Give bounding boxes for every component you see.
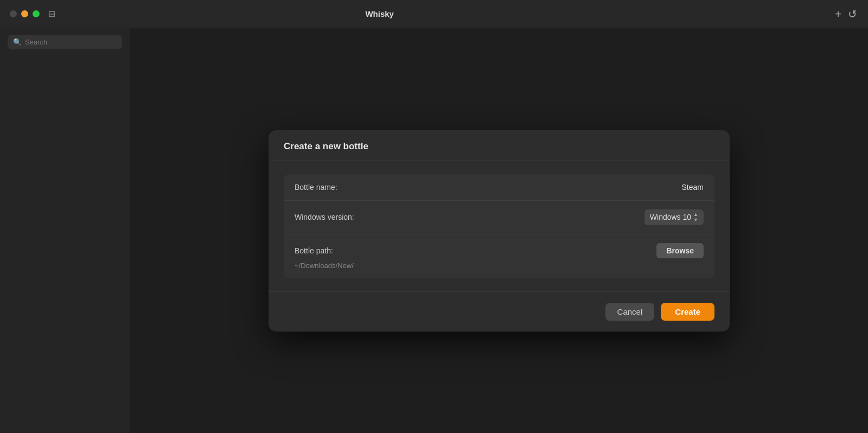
windows-version-select[interactable]: Windows 10 ▲ ▼ (644, 209, 704, 225)
titlebar: ⊟ Whisky + ↺ (0, 0, 868, 28)
dialog-header: Create a new bottle (269, 130, 730, 161)
add-bottle-button[interactable]: + (835, 9, 841, 20)
search-container: 🔍 (0, 28, 130, 56)
windows-version-value-area: Windows 10 ▲ ▼ (381, 209, 704, 225)
maximize-button[interactable] (33, 10, 40, 17)
search-icon: 🔍 (13, 38, 22, 46)
windows-version-text: Windows 10 (650, 213, 691, 221)
search-input-wrapper[interactable]: 🔍 (8, 35, 122, 49)
bottle-path-label: Bottle path: (295, 246, 381, 255)
bottle-path-row: Bottle path: Browse ~/Downloads/New/ (284, 234, 714, 278)
windows-version-row: Windows version: Windows 10 ▲ ▼ (284, 201, 714, 234)
bottle-name-row: Bottle name: (284, 174, 714, 201)
form-container: Bottle name: Windows version: Windows 10 (284, 174, 714, 278)
close-button[interactable] (10, 10, 17, 17)
dialog-body: Bottle name: Windows version: Windows 10 (269, 161, 730, 292)
search-input[interactable] (25, 38, 117, 46)
app-title: Whisky (365, 9, 394, 18)
sidebar-toggle-icon[interactable]: ⊟ (48, 9, 55, 19)
windows-version-label: Windows version: (295, 213, 381, 221)
bottle-name-input[interactable] (381, 183, 704, 192)
bottle-path-top: Bottle path: Browse (295, 243, 704, 258)
bottle-name-value-area (381, 183, 704, 192)
dialog-footer: Cancel Create (269, 292, 730, 332)
titlebar-actions: + ↺ (824, 9, 868, 20)
modal-overlay: Create a new bottle Bottle name: (130, 28, 868, 433)
bottle-path-value: ~/Downloads/New/ (295, 262, 354, 270)
sidebar: 🔍 (0, 28, 130, 433)
dialog-title: Create a new bottle (284, 141, 368, 151)
window-controls: ⊟ (0, 9, 65, 19)
stepper-arrows-icon: ▲ ▼ (693, 212, 698, 222)
browse-button[interactable]: Browse (656, 243, 704, 258)
main-layout: 🔍 Create a new bottle Bottle name (0, 28, 868, 433)
create-button[interactable]: Create (661, 303, 714, 321)
bottle-name-label: Bottle name: (295, 183, 381, 192)
create-bottle-dialog: Create a new bottle Bottle name: (269, 130, 730, 332)
refresh-button[interactable]: ↺ (848, 9, 857, 20)
content-area: Create a new bottle Bottle name: (130, 28, 868, 433)
minimize-button[interactable] (21, 10, 28, 17)
cancel-button[interactable]: Cancel (605, 303, 655, 321)
